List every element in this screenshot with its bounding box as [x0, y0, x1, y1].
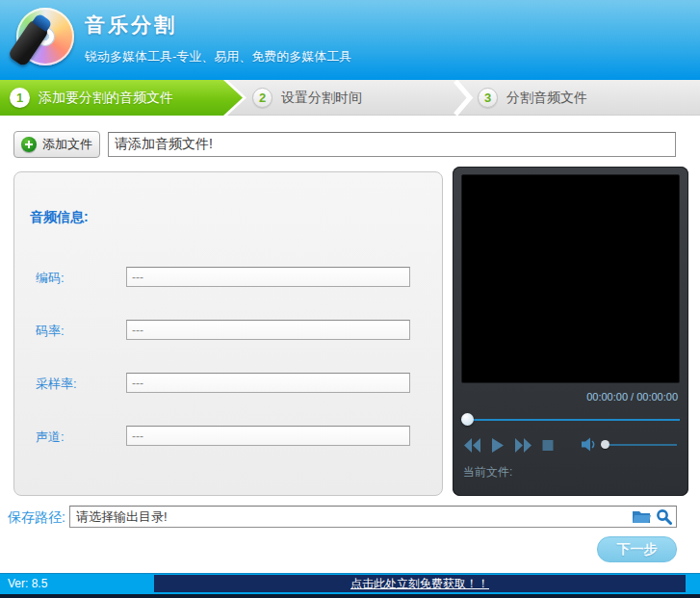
sample-rate-field[interactable] [126, 373, 410, 393]
step-number-badge: 3 [478, 88, 498, 108]
rewind-button[interactable] [464, 438, 481, 453]
volume-track[interactable] [609, 444, 677, 446]
stop-button[interactable] [539, 438, 557, 453]
bitrate-field[interactable] [126, 320, 410, 340]
player-panel: 00:00:00 / 00:00:00 [453, 167, 688, 496]
audio-info-panel: 音频信息: 编码: 码率: 采样率: 声道: [13, 171, 443, 496]
bitrate-label: 码率: [36, 323, 65, 340]
seek-slider[interactable] [461, 413, 680, 427]
step-label: 设置分割时间 [281, 90, 362, 107]
play-button[interactable] [489, 438, 506, 453]
app-subtitle: 锐动多媒体工具-专业、易用、免费的多媒体工具 [85, 48, 351, 65]
app-title: 音乐分割 [85, 12, 177, 39]
next-step-button[interactable]: 下一步 [597, 536, 677, 562]
main-area: 添加文件 音频信息: 编码: 码率: 采样率: 声道: 00:00:00 / 0… [0, 116, 700, 573]
save-path-input[interactable] [70, 507, 629, 527]
step-1-add-files[interactable]: 1 添加要分割的音频文件 [0, 80, 243, 116]
app-window: 音乐分割 锐动多媒体工具-专业、易用、免费的多媒体工具 1 添加要分割的音频文件… [0, 0, 700, 598]
search-icon[interactable] [656, 508, 672, 525]
sample-rate-label: 采样率: [36, 376, 77, 393]
step-label: 添加要分割的音频文件 [39, 90, 173, 107]
video-screen [461, 174, 680, 383]
codec-field[interactable] [126, 267, 410, 287]
step-bar: 1 添加要分割的音频文件 2 设置分割时间 3 分割音频文件 [0, 80, 700, 116]
channels-field[interactable] [126, 426, 410, 446]
version-label: Ver: 8.5 [8, 577, 47, 590]
bottom-strip [0, 594, 700, 598]
audio-info-title: 音频信息: [30, 209, 89, 226]
plus-icon [21, 137, 37, 152]
add-file-button[interactable]: 添加文件 [13, 131, 100, 158]
save-path-field-wrap [69, 506, 677, 528]
promo-link[interactable]: 点击此处立刻免费获取！！ [350, 576, 489, 592]
volume-control [582, 437, 677, 452]
add-file-button-label: 添加文件 [42, 136, 92, 153]
chevron-separator-icon [453, 80, 474, 116]
step-number-badge: 1 [10, 88, 30, 108]
step-number-badge: 2 [252, 88, 272, 108]
volume-thumb[interactable] [601, 440, 609, 449]
step-3-split-audio[interactable]: 3 分割音频文件 [478, 80, 587, 116]
channels-label: 声道: [36, 429, 65, 446]
file-list-field[interactable] [108, 132, 676, 157]
save-path-label: 保存路径: [8, 509, 65, 527]
current-file-label: 当前文件: [463, 464, 512, 481]
promo-banner: 点击此处立刻免费获取！！ [154, 575, 686, 592]
app-logo-icon [6, 4, 77, 75]
playback-controls [464, 438, 557, 453]
step-2-set-split-time[interactable]: 2 设置分割时间 [252, 80, 362, 116]
fast-forward-button[interactable] [514, 438, 531, 453]
volume-icon[interactable] [582, 437, 599, 452]
step-label: 分割音频文件 [506, 90, 587, 107]
seek-track[interactable] [461, 419, 680, 421]
time-display: 00:00:00 / 00:00:00 [586, 391, 678, 403]
seek-thumb[interactable] [461, 413, 474, 426]
codec-label: 编码: [36, 270, 65, 287]
header: 音乐分割 锐动多媒体工具-专业、易用、免费的多媒体工具 [0, 0, 700, 80]
folder-browse-icon[interactable] [632, 508, 652, 525]
